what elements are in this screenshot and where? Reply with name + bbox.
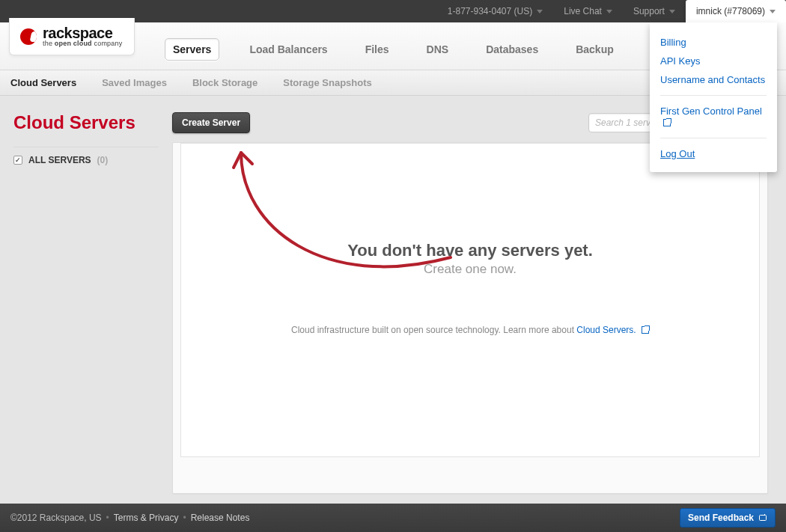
- topbar-support[interactable]: Support: [623, 0, 686, 22]
- footer-terms-link[interactable]: Terms & Privacy: [114, 513, 179, 523]
- cloud-servers-link[interactable]: Cloud Servers.: [576, 325, 639, 335]
- user-dropdown-menu: Billing API Keys Username and Contacts F…: [650, 22, 777, 172]
- first-gen-label: First Gen Control Panel: [660, 106, 762, 117]
- empty-state-canvas: You don't have any servers yet. Create o…: [180, 143, 760, 457]
- tab-servers[interactable]: Servers: [165, 38, 219, 61]
- tab-backup[interactable]: Backup: [568, 39, 621, 60]
- tab-files[interactable]: Files: [358, 39, 397, 60]
- subtab-block-storage[interactable]: Block Storage: [192, 77, 258, 88]
- support-text: Support: [633, 6, 665, 16]
- menu-item-log-out[interactable]: Log Out: [660, 144, 767, 163]
- sidebar: Cloud Servers ALL SERVERS (0): [0, 96, 172, 504]
- tag-suffix: company: [92, 40, 123, 47]
- subtab-cloud-servers[interactable]: Cloud Servers: [10, 77, 76, 88]
- all-servers-count: (0): [97, 155, 109, 165]
- user-text: imnick (#778069): [696, 6, 765, 16]
- menu-separator: [660, 95, 767, 96]
- all-servers-label: ALL SERVERS: [28, 155, 91, 165]
- topbar-phone[interactable]: 1-877-934-0407 (US): [437, 0, 553, 22]
- send-feedback-label: Send Feedback: [688, 513, 754, 523]
- menu-item-billing[interactable]: Billing: [660, 33, 767, 52]
- topbar-user-menu-trigger[interactable]: imnick (#778069): [686, 0, 786, 22]
- logo[interactable]: rackspace the open cloud company: [9, 18, 135, 55]
- feedback-icon: [758, 513, 767, 522]
- subtab-storage-snapshots[interactable]: Storage Snapshots: [283, 77, 371, 88]
- create-server-button[interactable]: Create Server: [172, 112, 250, 133]
- cloud-servers-link-label: Cloud Servers.: [576, 325, 636, 335]
- page-title: Cloud Servers: [13, 112, 159, 133]
- arrow-illustration: [211, 143, 466, 310]
- menu-item-api-keys[interactable]: API Keys: [660, 52, 767, 70]
- brand-tagline: the open cloud company: [43, 40, 122, 47]
- main-tabs: Servers Load Balancers Files DNS Databas…: [165, 38, 621, 70]
- tab-load-balancers[interactable]: Load Balancers: [242, 39, 335, 60]
- topbar-live-chat[interactable]: Live Chat: [553, 0, 623, 22]
- svg-rect-2: [760, 516, 767, 521]
- menu-item-username-contacts[interactable]: Username and Contacts: [660, 70, 767, 89]
- menu-item-first-gen[interactable]: First Gen Control Panel: [660, 102, 767, 132]
- menu-separator: [660, 138, 767, 138]
- tag-prefix: the: [43, 40, 55, 47]
- sidebar-section: ALL SERVERS (0): [13, 147, 159, 165]
- sidebar-all-servers[interactable]: ALL SERVERS (0): [13, 155, 159, 165]
- chevron-down-icon: [770, 10, 776, 13]
- tab-databases[interactable]: Databases: [478, 39, 546, 60]
- chevron-down-icon: [606, 10, 612, 13]
- rackspace-logo-icon: [20, 28, 37, 45]
- footer-left: ©2012 Rackspace, US • Terms & Privacy • …: [10, 513, 249, 523]
- external-link-icon: [642, 326, 649, 334]
- logo-text: rackspace the open cloud company: [43, 25, 122, 47]
- tag-bold: open cloud: [55, 40, 92, 47]
- chevron-down-icon: [669, 10, 675, 13]
- empty-subline: Create one now.: [181, 262, 759, 277]
- external-link-icon: [663, 119, 671, 126]
- footer: ©2012 Rackspace, US • Terms & Privacy • …: [0, 504, 786, 532]
- phone-text: 1-877-934-0407 (US): [448, 6, 532, 16]
- footer-copyright: ©2012 Rackspace, US: [10, 513, 102, 523]
- empty-headline: You don't have any servers yet.: [181, 241, 759, 260]
- bullet-icon: •: [106, 513, 109, 523]
- send-feedback-button[interactable]: Send Feedback: [680, 508, 776, 528]
- live-chat-text: Live Chat: [564, 6, 602, 16]
- checkmark-icon: [13, 156, 22, 165]
- brand-name: rackspace: [43, 25, 122, 40]
- subtab-saved-images[interactable]: Saved Images: [102, 77, 167, 88]
- tab-dns[interactable]: DNS: [419, 39, 457, 60]
- footer-release-notes-link[interactable]: Release Notes: [191, 513, 250, 523]
- empty-foot-text: Cloud infrastructure built on open sourc…: [291, 325, 576, 335]
- chevron-down-icon: [537, 10, 543, 13]
- bullet-icon: •: [183, 513, 186, 523]
- empty-footer: Cloud infrastructure built on open sourc…: [181, 325, 759, 335]
- panel: You don't have any servers yet. Create o…: [172, 142, 768, 494]
